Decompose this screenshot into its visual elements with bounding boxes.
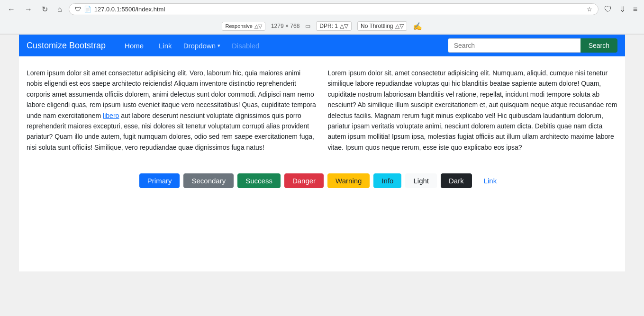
- forward-button[interactable]: →: [22, 3, 35, 16]
- page-icon: 📄: [84, 6, 91, 13]
- dpr-select[interactable]: DPR: 1 △▽: [316, 21, 352, 31]
- btn-danger[interactable]: Danger: [284, 173, 324, 188]
- btn-success[interactable]: Success: [237, 173, 281, 188]
- right-paragraph: Lorem ipsum dolor sit, amet consectetur …: [328, 68, 618, 153]
- nav-link-disabled: Disabled: [228, 40, 263, 52]
- home-button[interactable]: ⌂: [54, 3, 65, 16]
- navbar: Customize Bootstrap Home Link Dropdown D…: [19, 35, 625, 56]
- nav-dropdown[interactable]: Dropdown: [183, 42, 220, 50]
- security-icon: 🛡: [75, 6, 81, 13]
- inline-link[interactable]: libero: [103, 112, 119, 119]
- browser-right-icons: 🛡 ⇓ ≡: [602, 3, 639, 16]
- menu-icon[interactable]: ≡: [631, 3, 639, 16]
- touch-icon[interactable]: ✍: [413, 22, 422, 31]
- browser-chrome: ← → ↻ ⌂ 🛡 📄 127.0.0.1:5500/index.html ☆ …: [0, 0, 644, 35]
- throttle-chevron-icon: △▽: [395, 23, 404, 29]
- search-input[interactable]: [448, 38, 581, 53]
- dpr-label: DPR: 1: [319, 23, 338, 29]
- bookmark-icon[interactable]: ☆: [587, 6, 592, 13]
- reload-button[interactable]: ↻: [39, 3, 51, 16]
- btn-info[interactable]: Info: [373, 173, 401, 188]
- responsive-select[interactable]: Responsive △▽: [222, 22, 265, 31]
- btn-dark[interactable]: Dark: [441, 173, 472, 188]
- navbar-search: Search: [448, 38, 617, 53]
- resize-icon: ▭: [305, 23, 310, 29]
- shield-icon[interactable]: 🛡: [602, 3, 614, 16]
- responsive-bar: Responsive △▽ 1279 × 768 ▭ DPR: 1 △▽ No …: [0, 18, 644, 34]
- throttle-select[interactable]: No Throttling △▽: [357, 21, 407, 31]
- btn-warning[interactable]: Warning: [327, 173, 370, 188]
- btn-secondary[interactable]: Secondary: [183, 173, 234, 188]
- viewport-dimensions: 1279 × 768: [271, 23, 299, 29]
- responsive-chevron-icon: △▽: [254, 23, 262, 29]
- navbar-brand: Customize Bootstrap: [27, 41, 106, 51]
- address-bar[interactable]: 🛡 📄 127.0.0.1:5500/index.html ☆: [69, 3, 599, 15]
- back-button[interactable]: ←: [5, 3, 18, 16]
- dpr-chevron-icon: △▽: [340, 23, 348, 29]
- btn-primary[interactable]: Primary: [139, 173, 180, 188]
- nav-link-home[interactable]: Home: [121, 40, 147, 52]
- url-text: 127.0.0.1:5500/index.html: [94, 6, 584, 13]
- btn-link[interactable]: Link: [476, 173, 505, 188]
- page-wrapper: Customize Bootstrap Home Link Dropdown D…: [19, 35, 625, 271]
- responsive-label: Responsive: [225, 23, 252, 29]
- browser-toolbar: ← → ↻ ⌂ 🛡 📄 127.0.0.1:5500/index.html ☆ …: [0, 0, 644, 18]
- download-icon[interactable]: ⇓: [617, 3, 627, 16]
- main-content: Lorem ipsum dolor sit amet consectetur a…: [19, 56, 625, 164]
- nav-link-link[interactable]: Link: [155, 40, 176, 52]
- left-paragraph: Lorem ipsum dolor sit amet consectetur a…: [27, 68, 317, 153]
- throttle-label: No Throttling: [361, 23, 393, 29]
- btn-light[interactable]: Light: [405, 173, 437, 188]
- buttons-section: Primary Secondary Success Danger Warning…: [19, 164, 625, 207]
- search-button[interactable]: Search: [581, 38, 617, 53]
